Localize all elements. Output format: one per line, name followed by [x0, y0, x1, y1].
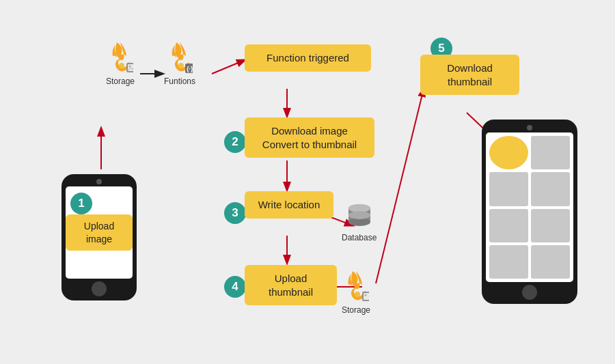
flame-svg-functions: {·} — [167, 41, 193, 75]
download-convert-box: Download image Convert to thumbnail — [245, 117, 374, 158]
function-triggered-box: Function triggered — [245, 44, 371, 72]
functions-icon: {·} Funtions — [164, 41, 195, 86]
thumb-cell-1 — [531, 136, 570, 169]
step3-badge: 3 — [224, 202, 246, 224]
phone-home-left — [92, 281, 107, 296]
right-phone — [482, 120, 577, 304]
svg-point-14 — [178, 63, 184, 68]
thumb-cell-3 — [531, 172, 570, 206]
thumb-yellow — [489, 136, 528, 169]
storage-right-label: Storage — [342, 305, 370, 315]
svg-point-22 — [355, 292, 360, 297]
storage-left-icon: Storage — [106, 41, 135, 86]
database-svg — [344, 201, 374, 232]
phone-camera-left — [96, 179, 102, 184]
svg-line-5 — [212, 60, 245, 74]
thumb-cell-6 — [489, 245, 528, 279]
phone-camera-right — [527, 125, 532, 130]
storage-right-icon: Storage — [342, 270, 370, 315]
database-icon: Database — [342, 201, 377, 242]
thumb-cell-5 — [531, 209, 570, 242]
svg-text:{·}: {·} — [187, 66, 193, 72]
svg-point-25 — [365, 294, 367, 296]
download-thumbnail-box: Download thumbnail — [420, 55, 519, 95]
thumb-cell-7 — [531, 245, 570, 279]
phone-home-right — [522, 285, 537, 300]
write-location-box: Write location — [245, 191, 333, 219]
thumb-cell-2 — [489, 172, 528, 206]
thumbnail-grid — [489, 136, 570, 279]
svg-rect-24 — [364, 293, 369, 300]
upload-thumbnail-box: Upload thumbnail — [245, 265, 337, 305]
download-convert-label: Download image Convert to thumbnail — [262, 125, 357, 150]
flame-svg-left — [107, 41, 133, 75]
storage-left-label: Storage — [106, 76, 135, 86]
svg-point-10 — [119, 63, 124, 68]
diagram: Upload image 1 Storage {·} Funtions Fun — [0, 0, 615, 364]
left-phone: Upload image — [62, 174, 137, 300]
step1-badge: 1 — [70, 193, 92, 214]
step4-badge: 4 — [224, 276, 246, 298]
svg-line-7 — [376, 89, 424, 283]
flame-svg-storage-right — [343, 270, 369, 304]
functions-label: Funtions — [164, 76, 195, 86]
svg-point-13 — [129, 66, 131, 68]
upload-image-box: Upload image — [66, 214, 133, 250]
thumb-cell-4 — [489, 209, 528, 242]
svg-point-21 — [348, 211, 370, 219]
step2-badge: 2 — [224, 131, 246, 153]
right-phone-screen — [486, 132, 573, 282]
database-label: Database — [342, 233, 377, 242]
